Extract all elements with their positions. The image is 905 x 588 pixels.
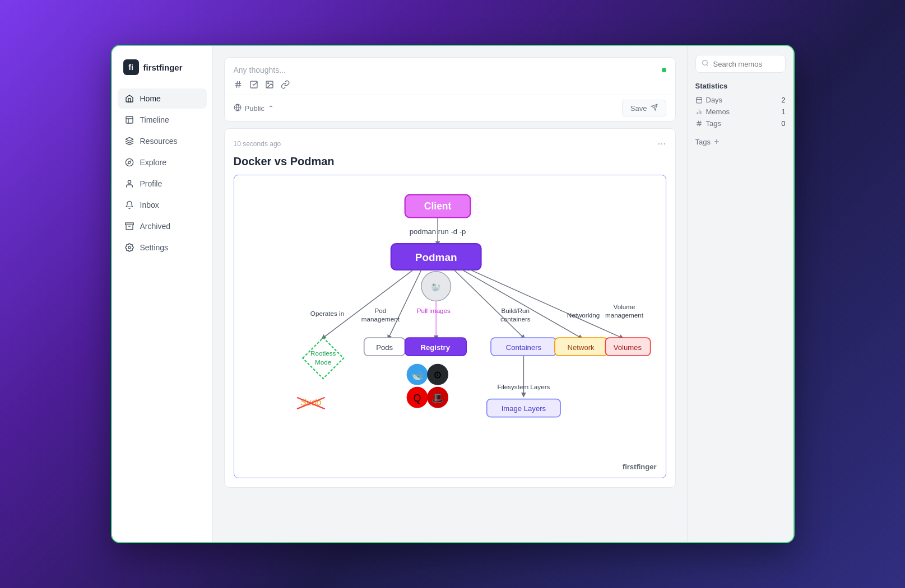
svg-text:Build/Run: Build/Run [501,307,530,314]
svg-text:management: management [605,311,643,319]
svg-text:🎩: 🎩 [431,392,444,404]
svg-text:Client: Client [424,200,451,212]
sidebar-item-inbox[interactable]: Inbox [118,195,207,215]
memo-title: Docker vs Podman [234,155,666,168]
svg-text:Network: Network [567,343,595,352]
svg-line-29 [388,270,421,338]
more-options-button[interactable]: ··· [657,138,666,150]
svg-text:Registry: Registry [420,343,450,352]
sidebar-nav: Home Timeline [112,88,212,258]
search-input[interactable] [713,60,779,68]
send-icon [651,104,658,113]
svg-text:Pods: Pods [376,343,393,352]
search-box[interactable] [695,55,786,73]
svg-text:Volumes: Volumes [613,343,642,352]
svg-text:Image Layers: Image Layers [501,404,546,413]
stat-row-days: Days 2 [695,96,786,104]
statistics-title: Statistics [695,82,786,90]
svg-line-11 [236,81,237,88]
inbox-icon [124,200,134,210]
sidebar-item-profile[interactable]: Profile [118,174,207,194]
visibility-label: Public [245,104,264,113]
main-inner: Any thoughts... [213,46,687,542]
sidebar: fi firstfinger Home [112,46,213,542]
memo-card: 10 seconds ago ··· Docker vs Podman Clie… [224,128,676,488]
compose-footer: Public ⌃ Save [225,95,675,121]
sidebar-item-home[interactable]: Home [118,88,207,109]
tags-value: 0 [781,119,785,128]
compose-status-dot [662,68,666,72]
sidebar-item-archived-label: Archived [140,222,170,231]
memos-label: Memos [695,108,730,116]
compose-placeholder[interactable]: Any thoughts... [234,66,286,74]
svg-point-71 [702,60,707,66]
link-icon[interactable] [281,80,290,89]
days-value: 2 [781,96,785,104]
svg-text:🦭: 🦭 [431,282,442,292]
explore-icon [124,157,134,167]
chevron-up-down-icon: ⌃ [268,104,274,113]
sidebar-item-settings-label: Settings [140,243,169,252]
svg-line-12 [239,81,239,88]
svg-line-28 [323,270,413,338]
svg-text:Q: Q [413,393,421,404]
save-button[interactable]: Save [622,100,666,116]
svg-text:Volume: Volume [613,303,635,310]
save-label: Save [630,104,647,113]
sidebar-item-timeline[interactable]: Timeline [118,110,207,130]
svg-line-32 [462,270,581,338]
svg-marker-4 [128,161,131,164]
svg-text:Filesystem Layers: Filesystem Layers [497,383,550,390]
home-icon [124,94,134,104]
svg-text:Operates in: Operates in [310,310,344,317]
days-label: Days [695,96,723,104]
svg-rect-13 [250,81,257,88]
sidebar-item-settings[interactable]: Settings [118,237,207,258]
settings-icon [124,242,134,253]
sidebar-logo[interactable]: fi firstfinger [112,59,212,88]
svg-line-33 [470,270,621,338]
sidebar-item-explore-label: Explore [140,158,166,167]
sidebar-item-home-label: Home [140,94,161,103]
logo-icon: fi [123,59,139,75]
sidebar-item-inbox-label: Inbox [140,200,159,209]
svg-text:Pull images: Pull images [416,307,450,314]
svg-point-8 [128,246,131,249]
svg-line-72 [707,64,708,66]
tags-stat-label: Tags [695,119,721,128]
globe-icon [234,104,242,113]
compose-box: Any thoughts... [224,57,676,122]
visibility-button[interactable]: Public ⌃ [234,104,274,113]
memos-value: 1 [781,108,785,116]
app-title: firstfinger [143,63,183,72]
compose-top: Any thoughts... [225,58,675,80]
statistics-section: Statistics Days 2 Memos 1 Tags [695,82,786,128]
stat-row-tags: Tags 0 [695,119,786,128]
memo-header: 10 seconds ago ··· [234,138,666,150]
svg-rect-73 [696,97,702,103]
svg-point-15 [267,83,268,84]
svg-line-83 [699,121,700,127]
sidebar-item-resources-label: Resources [140,137,178,146]
sidebar-item-explore[interactable]: Explore [118,152,207,172]
memo-diagram: Client podman run -d -p Podman 🦭 [234,175,666,478]
svg-text:Podman: Podman [415,251,457,263]
add-tag-button[interactable]: + [714,137,719,147]
resources-icon [124,136,134,146]
sidebar-item-timeline-label: Timeline [140,115,169,124]
svg-text:🐋: 🐋 [411,369,423,381]
svg-text:Mode: Mode [315,358,331,366]
sidebar-item-archived[interactable]: Archived [118,216,207,236]
image-icon[interactable] [265,80,274,89]
hashtag-icon[interactable] [234,80,243,89]
checkbox-icon[interactable] [249,80,258,89]
svg-text:Containers: Containers [505,343,541,352]
sidebar-item-profile-label: Profile [140,179,163,188]
diagram-watermark: firstfinger [623,463,657,471]
svg-line-31 [454,270,523,338]
svg-rect-0 [126,116,133,123]
app-window: fi firstfinger Home [111,45,795,543]
svg-rect-6 [125,223,133,225]
sidebar-item-resources[interactable]: Resources [118,131,207,151]
svg-text:Networking: Networking [567,311,599,319]
